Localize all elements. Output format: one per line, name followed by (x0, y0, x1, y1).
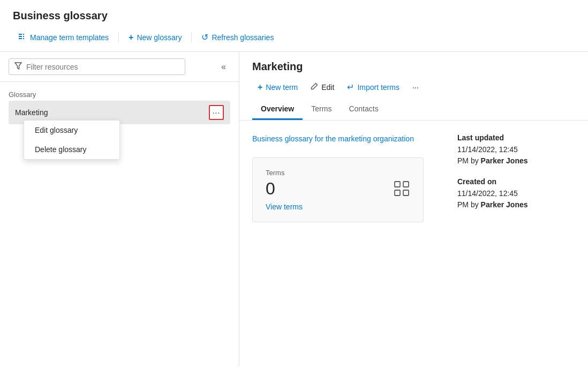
terms-card: Terms 0 View terms (252, 157, 424, 222)
nav-section-label: Glossary (9, 91, 230, 99)
tab-overview-label: Overview (261, 104, 294, 113)
grid-icon (393, 180, 410, 200)
view-terms-link[interactable]: View terms (266, 202, 303, 211)
import-icon: ↵ (347, 82, 354, 92)
nav-item-marketing[interactable]: Marketing ··· Edit glossary Delete gloss… (9, 101, 230, 124)
import-terms-button[interactable]: ↵ Import terms (342, 79, 405, 95)
content-right: Last updated 11/14/2022, 12:45 PM by Par… (457, 133, 575, 354)
context-menu: Edit glossary Delete glossary (24, 120, 120, 160)
nav-item-marketing-label: Marketing (15, 108, 209, 117)
svg-rect-4 (23, 36, 24, 37)
filter-bar: « (0, 52, 239, 82)
top-header: Business glossary Manage term templates … (0, 0, 588, 52)
nav-section: Glossary Marketing ··· Edit glossary Del… (0, 82, 239, 127)
svg-rect-9 (395, 190, 400, 195)
created-on-date: 11/14/2022, 12:45 (457, 189, 518, 198)
svg-rect-3 (23, 34, 24, 35)
new-term-icon: + (258, 82, 262, 92)
filter-icon (14, 62, 22, 71)
last-updated-value: 11/14/2022, 12:45 PM by Parker Jones (457, 144, 575, 167)
new-glossary-button[interactable]: + New glossary (123, 30, 187, 45)
right-toolbar: + New term Edit ↵ Import terms ·· (252, 79, 575, 100)
import-terms-label: Import terms (357, 83, 399, 92)
last-updated-section: Last updated 11/14/2022, 12:45 PM by Par… (457, 133, 575, 167)
right-header: Marketing + New term Edit ↵ Import (239, 52, 588, 121)
right-panel: Marketing + New term Edit ↵ Import (239, 52, 588, 366)
created-on-value: 11/14/2022, 12:45 PM by Parker Jones (457, 188, 575, 210)
marketing-more-button[interactable]: ··· (209, 105, 224, 120)
edit-glossary-menu-item[interactable]: Edit glossary (24, 121, 119, 140)
tab-contacts-label: Contacts (349, 104, 378, 113)
last-updated-author: Parker Jones (481, 156, 528, 165)
delete-glossary-menu-item[interactable]: Delete glossary (24, 140, 119, 159)
left-panel: « Glossary Marketing ··· Edit glossary D… (0, 52, 239, 366)
refresh-button[interactable]: ↺ Refresh glossaries (196, 29, 279, 45)
svg-rect-0 (19, 34, 22, 35)
toolbar-more-button[interactable]: ··· (407, 80, 424, 94)
toolbar-separator (118, 32, 119, 43)
toolbar-more-icon: ··· (412, 83, 419, 92)
right-panel-title: Marketing (252, 61, 575, 73)
terms-card-label: Terms (266, 169, 303, 177)
tab-terms[interactable]: Terms (303, 100, 340, 120)
new-glossary-icon: + (129, 33, 133, 42)
main-layout: « Glossary Marketing ··· Edit glossary D… (0, 52, 588, 366)
last-updated-suffix: PM by (457, 156, 479, 165)
filter-input[interactable] (26, 63, 179, 71)
tabs-row: Overview Terms Contacts (252, 100, 575, 120)
svg-rect-8 (403, 182, 409, 187)
edit-icon (311, 82, 318, 92)
content-area: Business glossary for the marketing orga… (239, 121, 588, 366)
toolbar-separator-2 (191, 32, 192, 43)
created-on-suffix: PM by (457, 200, 479, 209)
refresh-label: Refresh glossaries (212, 33, 274, 42)
new-term-button[interactable]: + New term (252, 80, 303, 95)
page-title: Business glossary (13, 10, 575, 22)
manage-templates-button[interactable]: Manage term templates (13, 29, 114, 45)
tab-terms-label: Terms (311, 104, 331, 113)
tab-contacts[interactable]: Contacts (340, 100, 387, 120)
svg-rect-7 (395, 182, 400, 187)
new-term-label: New term (266, 83, 298, 92)
description-text: Business glossary for the marketing orga… (252, 133, 436, 145)
created-on-section: Created on 11/14/2022, 12:45 PM by Parke… (457, 177, 575, 210)
new-glossary-label: New glossary (137, 33, 182, 42)
terms-card-count: 0 (266, 180, 303, 197)
content-left: Business glossary for the marketing orga… (252, 133, 436, 354)
svg-rect-10 (403, 190, 409, 195)
created-on-author: Parker Jones (481, 200, 528, 209)
filter-input-wrap[interactable] (9, 58, 185, 75)
top-toolbar: Manage term templates + New glossary ↺ R… (13, 29, 575, 45)
refresh-icon: ↺ (201, 32, 208, 42)
manage-templates-icon (18, 32, 27, 42)
collapse-button[interactable]: « (217, 60, 230, 74)
terms-card-left: Terms 0 View terms (266, 169, 303, 211)
last-updated-date: 11/14/2022, 12:45 (457, 145, 518, 154)
edit-label: Edit (321, 83, 334, 92)
edit-glossary-label: Edit glossary (35, 126, 78, 134)
manage-templates-label: Manage term templates (30, 33, 109, 42)
tab-overview[interactable]: Overview (252, 100, 303, 120)
last-updated-label: Last updated (457, 133, 575, 142)
svg-marker-6 (15, 63, 21, 69)
created-on-label: Created on (457, 177, 575, 186)
svg-rect-2 (19, 38, 22, 39)
svg-rect-1 (19, 36, 22, 37)
delete-glossary-label: Delete glossary (35, 145, 87, 154)
collapse-icon: « (221, 62, 226, 71)
more-dots-icon: ··· (213, 108, 221, 117)
edit-button[interactable]: Edit (305, 80, 340, 94)
svg-rect-5 (23, 38, 24, 39)
